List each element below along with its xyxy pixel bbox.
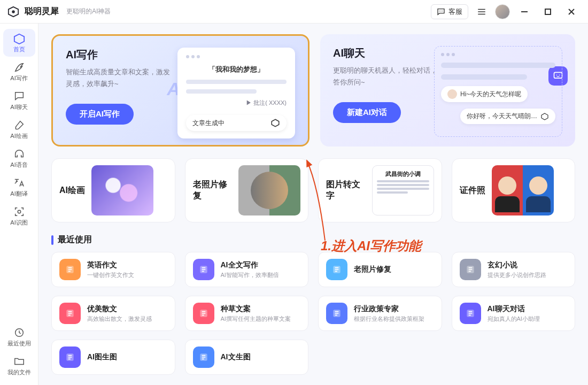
feature-ocr[interactable]: 图片转文字 武昌街的小调: [318, 158, 442, 222]
recent-item[interactable]: 老照片修复: [318, 252, 442, 287]
window-minimize[interactable]: [515, 4, 533, 20]
recent-item-title: AI文生图: [221, 352, 251, 362]
sidebar-item-label: AI语音: [10, 161, 27, 169]
home-icon: [13, 33, 25, 44]
window-maximize[interactable]: [539, 4, 557, 20]
recent-item-title: AI全文写作: [221, 260, 279, 270]
minimize-icon: [521, 8, 528, 16]
start-ai-write-button[interactable]: 开启AI写作: [66, 104, 134, 125]
recent-item-icon: [326, 259, 347, 280]
mock-doc-title: 「我和我的梦想」: [186, 65, 287, 74]
recent-item-icon: [460, 303, 481, 324]
feather-icon: [13, 61, 25, 73]
sidebar-item-label: AI识图: [10, 219, 27, 227]
sidebar-item-voice[interactable]: AI语音: [3, 144, 35, 172]
new-ai-chat-button[interactable]: 新建AI对话: [333, 102, 401, 123]
hero-chat-card[interactable]: AI聊天 更聪明的聊天机器人，轻松对话，答你所问~ 新建AI对话 Hi~今天的天…: [320, 34, 575, 147]
support-button[interactable]: 客服: [431, 4, 468, 19]
svg-marker-14: [541, 113, 548, 120]
window-close[interactable]: [562, 4, 581, 20]
accent-bar-icon: [51, 235, 53, 245]
feature-photo-restore[interactable]: 老照片修复: [185, 158, 309, 222]
recent-item-icon: [59, 303, 81, 324]
sidebar-item-label: 首页: [13, 45, 25, 53]
recent-item[interactable]: AI图生图: [51, 340, 175, 375]
sidebar-item-translate[interactable]: AI翻译: [3, 173, 35, 201]
recent-grid: 英语作文一键创作英文作文AI全文写作AI智能写作，效率翻倍老照片修复玄幻小说提供…: [51, 252, 575, 375]
feature-title: 老照片修复: [193, 179, 233, 202]
svg-point-8: [18, 210, 21, 213]
user-avatar[interactable]: [495, 4, 510, 19]
recent-item[interactable]: 优美散文高效输出散文，激发灵感: [51, 296, 175, 331]
sidebar-item-label: AI写作: [10, 74, 27, 82]
recent-item-icon: [193, 346, 214, 368]
recent-item[interactable]: AI聊天对话宛如真人的AI小助理: [452, 296, 576, 331]
hero-write-card[interactable]: AI写作 智能生成高质量文章和文案，激发灵感，效率飙升~ 开启AI写作 AI 「…: [51, 34, 310, 147]
svg-marker-7: [14, 34, 24, 43]
svg-point-3: [440, 11, 441, 11]
history-icon: [13, 327, 25, 338]
brush-icon: [13, 119, 25, 131]
app-name: 聪明灵犀: [25, 6, 59, 17]
recent-item[interactable]: 行业政策专家根据行业名称提供政策框架: [318, 296, 442, 331]
recent-item-icon: [59, 346, 81, 368]
recent-item[interactable]: AI文生图: [185, 340, 309, 375]
app-tagline: 更聪明的AI神器: [66, 7, 111, 16]
sidebar-item-files[interactable]: 我的文件: [3, 352, 35, 380]
hex-logo-icon: [540, 112, 549, 121]
paint-thumbnail: [91, 165, 153, 215]
feature-title: AI绘画: [59, 185, 85, 196]
menu-button[interactable]: [474, 4, 490, 20]
sidebar: 首页 AI写作 AI聊天 AI绘画 AI语音 AI翻译 AI识图 最: [0, 24, 38, 385]
titlebar: 聪明灵犀 更聪明的AI神器 客服: [0, 0, 588, 24]
chat-bot-bubble: 你好呀，今天天气晴朗…: [467, 112, 537, 121]
recent-item-title: 老照片修复: [354, 265, 391, 274]
doc-thumbnail: 武昌街的小调: [372, 165, 434, 215]
folder-icon: [13, 356, 25, 367]
recent-item-title: 行业政策专家: [354, 304, 424, 314]
chat-icon: [13, 90, 25, 102]
recent-item-title: 种草文案: [221, 304, 291, 314]
feature-ai-paint[interactable]: AI绘画: [51, 158, 175, 222]
recent-item[interactable]: 玄幻小说提供更多小说创作思路: [452, 252, 576, 287]
chat-user-bubble: Hi~今天的天气怎样呢: [460, 90, 521, 99]
hero-chat-desc: 更聪明的聊天机器人，轻松对话，答你所问~: [333, 65, 438, 88]
recent-item[interactable]: 种草文案AI撰写任何主题的种草文案: [185, 296, 309, 331]
recent-heading: 最近使用: [58, 234, 92, 245]
hamburger-icon: [477, 7, 486, 17]
recent-item[interactable]: 英语作文一键创作英文作文: [51, 252, 175, 287]
annotation-text: 1.进入AI写作功能: [321, 237, 421, 255]
sidebar-item-recent[interactable]: 最近使用: [3, 323, 35, 351]
recent-item-title: AI聊天对话: [488, 304, 540, 314]
sidebar-item-chat[interactable]: AI聊天: [3, 87, 35, 114]
feature-id-photo[interactable]: 证件照: [452, 158, 576, 222]
svg-rect-6: [545, 9, 551, 14]
sidebar-item-home[interactable]: 首页: [3, 29, 35, 57]
app-logo-icon: [7, 6, 19, 18]
sidebar-item-label: AI聊天: [10, 103, 27, 111]
feature-title: 证件照: [460, 185, 485, 196]
sidebar-item-label: AI绘画: [10, 132, 27, 140]
recent-item-title: 玄幻小说: [488, 260, 546, 270]
recent-item-title: AI图生图: [87, 352, 117, 362]
sidebar-item-paint[interactable]: AI绘画: [3, 116, 35, 143]
recent-item-desc: AI智能写作，效率翻倍: [221, 271, 279, 279]
headphones-icon: [13, 148, 25, 160]
recent-item-icon: [193, 259, 214, 280]
close-icon: [568, 8, 575, 16]
sidebar-item-label: AI翻译: [10, 190, 27, 198]
recent-item[interactable]: AI全文写作AI智能写作，效率翻倍: [185, 252, 309, 287]
annotation-arrow-icon: [299, 158, 331, 243]
sidebar-item-vision[interactable]: AI识图: [3, 202, 35, 230]
recent-item-icon: [460, 259, 481, 280]
mock-status-text: 文章生成中: [192, 119, 225, 128]
sidebar-item-write[interactable]: AI写作: [3, 58, 35, 86]
chat-bubble-icon: [437, 7, 445, 16]
recent-item-desc: 一键创作英文作文: [87, 271, 134, 279]
mock-annotation-label: ▶ 批注( XXXX): [186, 99, 287, 107]
recent-item-icon: [59, 259, 81, 280]
recent-item-title: 优美散文: [87, 304, 152, 314]
doc-thumb-title: 武昌街的小调: [377, 170, 429, 178]
avatar-icon: [447, 89, 457, 99]
svg-point-2: [439, 11, 440, 11]
